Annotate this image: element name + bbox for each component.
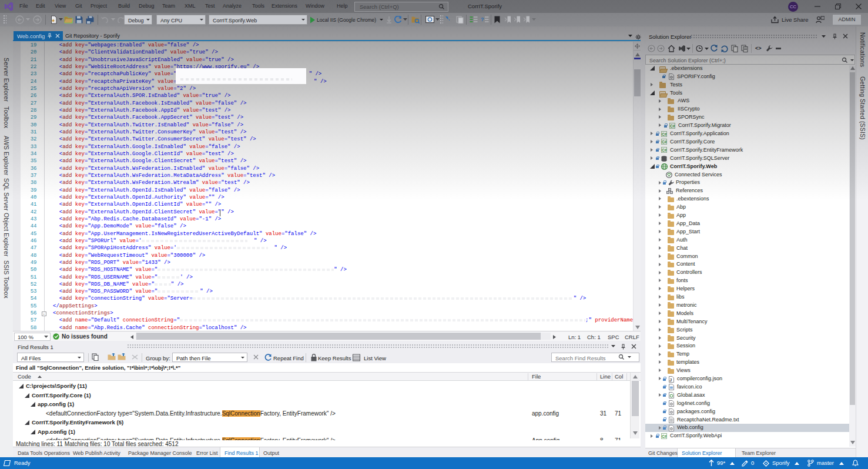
svg-text:?: ? — [481, 16, 484, 22]
svg-text:J: J — [669, 377, 672, 381]
